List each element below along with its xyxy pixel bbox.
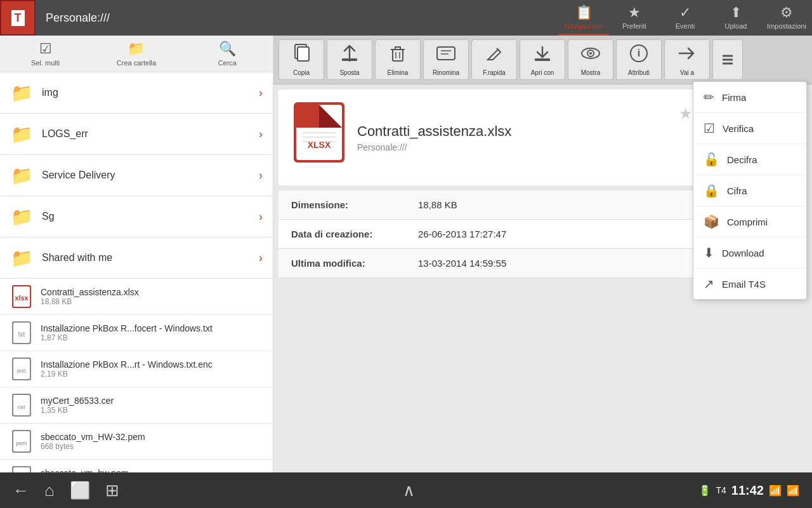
file-installazione-enc-size: 2,19 KB (41, 370, 263, 378)
file-installazione-txt-name: Installazione PkBox R...focert - Windows… (41, 323, 263, 333)
cerca-label: Cerca (218, 59, 237, 67)
folder-sg-name: Sg (42, 211, 259, 222)
elimina-label: Elimina (388, 69, 409, 76)
rinomina-icon (436, 43, 456, 67)
svg-text:i: i (638, 48, 640, 58)
recents-button[interactable]: ⬜ (70, 481, 90, 500)
file-sbeccato-pem-name: sbeccato_vm_HW-32.pem (41, 432, 263, 442)
svg-text:xlsx: xlsx (15, 294, 29, 302)
vai-a-button[interactable]: Vai a (664, 39, 710, 80)
nav-upload[interactable]: ⬆ Upload (710, 0, 761, 36)
selected-file-name: Contratti_assistenza.xlsx (357, 123, 511, 140)
star-button[interactable]: ★ (679, 105, 693, 123)
folder-img[interactable]: 📁 img › (0, 72, 273, 114)
attributi-button[interactable]: i Attributi (616, 39, 662, 80)
svg-text:txt: txt (18, 331, 25, 338)
apri-con-button[interactable]: Apri con (520, 39, 565, 80)
mostra-label: Mostra (581, 69, 601, 76)
svg-text:pem: pem (16, 440, 27, 446)
comprimi-label: Comprimi (727, 217, 768, 227)
cerca-button[interactable]: 🔍 Cerca (202, 41, 252, 67)
sidebar-toolbar: ☑ Sel. multi 📁 Crea cartella 🔍 Cerca (0, 36, 273, 72)
comprimi-icon: 📦 (704, 214, 719, 229)
upload-icon: ⬆ (730, 4, 742, 21)
menu-verifica[interactable]: ☑ Verifica (693, 113, 806, 144)
folder-logs-name: LOGS_err (42, 128, 259, 140)
elimina-icon (388, 43, 408, 67)
file-installazione-enc[interactable]: enc Installazione PkBox R...rt - Windows… (0, 351, 273, 387)
crea-cartella-button[interactable]: 📁 Crea cartella (111, 41, 162, 67)
folder-shared-icon: 📁 (10, 246, 33, 269)
firma-icon: ✏ (704, 90, 714, 105)
svg-rect-24 (393, 50, 403, 61)
preferiti-label: Preferiti (622, 22, 646, 30)
file-installazione-enc-icon: enc (10, 358, 33, 380)
elimina-button[interactable]: Elimina (375, 39, 421, 80)
up-button[interactable]: ∧ (403, 481, 415, 500)
svg-rect-27 (437, 47, 455, 60)
qr-button[interactable]: ⊞ (105, 481, 119, 500)
menu-download[interactable]: ⬇ Download (693, 237, 806, 269)
file-installazione-txt[interactable]: txt Installazione PkBox R...focert - Win… (0, 315, 273, 351)
email-t4s-label: Email T4S (722, 279, 766, 290)
cerca-icon: 🔍 (219, 41, 236, 57)
folder-shared-with-me[interactable]: 📁 Shared with me › (0, 237, 273, 279)
sposta-button[interactable]: Sposta (327, 39, 372, 80)
svg-rect-31 (535, 58, 550, 61)
impostazioni-icon: ⚙ (780, 4, 793, 21)
app-logo: T (0, 0, 36, 36)
home-button[interactable]: ⌂ (44, 481, 55, 500)
svg-point-34 (589, 52, 592, 55)
menu-cifra[interactable]: 🔒 Cifra (693, 175, 806, 206)
svg-text:enc: enc (17, 368, 27, 374)
file-mycert[interactable]: cer myCert_86533.cer 1,35 KB (0, 387, 273, 424)
rinomina-button[interactable]: Rinomina (423, 39, 469, 80)
folder-service-name: Service Delivery (42, 170, 259, 181)
firma-label: Firma (722, 92, 746, 103)
sidebar: ☑ Sel. multi 📁 Crea cartella 🔍 Cerca 📁 i… (0, 36, 273, 508)
svg-text:cer: cer (18, 404, 26, 410)
meta-created-label: Data di creazione: (291, 229, 418, 239)
bottom-bar: ← ⌂ ⬜ ⊞ ∧ 🔋 T4 11:42 📶 📶 (0, 472, 812, 508)
sidebar-list: 📁 img › 📁 LOGS_err › 📁 Service Delivery … (0, 72, 273, 508)
selected-file-icon: XLSX (294, 102, 344, 173)
signal-icon: 📶 (787, 485, 799, 497)
impostazioni-label: Impostazioni (767, 22, 806, 30)
mostra-button[interactable]: Mostra (568, 39, 613, 80)
menu-firma[interactable]: ✏ Firma (693, 82, 806, 113)
file-mycert-size: 1,35 KB (41, 406, 263, 415)
bottom-center: ∧ (403, 481, 415, 500)
file-sbeccato-pem[interactable]: pem sbeccato_vm_HW-32.pem 668 bytes (0, 424, 273, 460)
eventi-label: Eventi (676, 22, 695, 30)
nav-eventi[interactable]: ✓ Eventi (660, 0, 710, 36)
back-button[interactable]: ← (13, 481, 29, 500)
meta-modified-value: 13-03-2014 14:59:55 (418, 258, 506, 269)
navigazione-label: Navigazione (565, 22, 603, 30)
nav-impostazioni[interactable]: ⚙ Impostazioni (761, 0, 812, 36)
nav-preferiti[interactable]: ★ Preferiti (609, 0, 660, 36)
f-rapida-icon (484, 43, 504, 67)
copia-button[interactable]: Copia (278, 39, 324, 80)
f-rapida-button[interactable]: F.rapida (471, 39, 517, 80)
attributi-label: Attributi (628, 69, 650, 76)
rinomina-label: Rinomina (433, 69, 459, 76)
nav-navigazione[interactable]: 📋 Navigazione (558, 0, 609, 36)
decifra-icon: 🔓 (704, 152, 719, 167)
sposta-label: Sposta (339, 69, 359, 76)
sel-multi-button[interactable]: ☑ Sel. multi (20, 41, 71, 67)
menu-comprimi[interactable]: 📦 Comprimi (693, 206, 806, 237)
system-icon: T4 (716, 485, 726, 495)
file-sbeccato-pem-info: sbeccato_vm_HW-32.pem 668 bytes (41, 432, 263, 451)
file-sbeccato-pem-icon: pem (10, 430, 33, 453)
verifica-label: Verifica (723, 123, 754, 134)
menu-email-t4s[interactable]: ↗ Email T4S (693, 269, 806, 299)
folder-sg[interactable]: 📁 Sg › (0, 196, 273, 237)
folder-service-icon: 📁 (10, 164, 33, 187)
file-contratti[interactable]: xlsx Contratti_assistenza.xlsx 18,88 KB (0, 279, 273, 315)
more-options-button[interactable] (712, 39, 743, 80)
folder-service-delivery[interactable]: 📁 Service Delivery › (0, 155, 273, 196)
cifra-icon: 🔒 (704, 183, 719, 198)
menu-decifra[interactable]: 🔓 Decifra (693, 144, 806, 175)
vai-a-label: Vai a (680, 69, 694, 76)
folder-logs-err[interactable]: 📁 LOGS_err › (0, 114, 273, 155)
